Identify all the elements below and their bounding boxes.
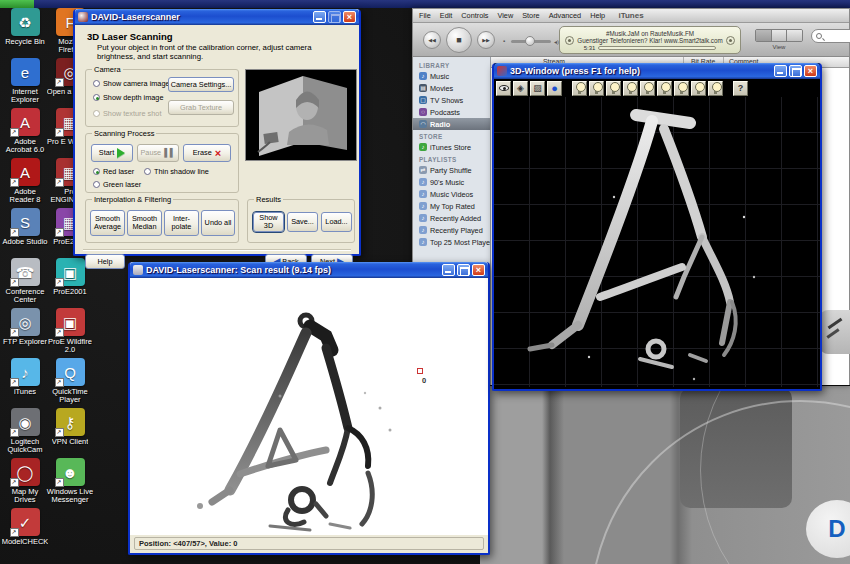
- sidebar-item[interactable]: ♪ Music Videos: [413, 188, 490, 200]
- menu-item[interactable]: Store: [522, 11, 539, 20]
- itunes-titlebar[interactable]: iTunes FileEditControlsViewStoreAdvanced…: [413, 9, 849, 23]
- pen-tool-button[interactable]: ◈: [513, 81, 528, 96]
- view-coverflow-button[interactable]: [787, 30, 802, 41]
- sidebar-item[interactable]: ◠ Radio: [413, 118, 490, 130]
- paint-tool-button[interactable]: ▨: [530, 81, 545, 96]
- menu-item[interactable]: File: [419, 11, 431, 20]
- view-list-button[interactable]: [756, 30, 772, 41]
- load-button[interactable]: Load...: [321, 212, 352, 232]
- desktop-icon[interactable]: ◉ ↗ Logitech QuickCam: [1, 408, 49, 458]
- menu-item[interactable]: View: [498, 11, 514, 20]
- light-toggle-button[interactable]: [691, 81, 706, 96]
- radio-show-camera-image[interactable]: Show camera image: [93, 79, 170, 88]
- 3d-window-titlebar[interactable]: 3D-Window (press F1 for help) ×: [494, 63, 820, 79]
- dialog-body: 3D Laser Scanning Put your object in fro…: [75, 25, 359, 256]
- sidebar-item[interactable]: ♪ Recently Added: [413, 212, 490, 224]
- sidebar-item[interactable]: ♪ Music: [413, 70, 490, 82]
- smooth-average-button[interactable]: Smooth Average: [90, 210, 125, 236]
- desktop-icon[interactable]: ♻ ↗ Recycle Bin: [1, 8, 49, 58]
- search-box[interactable]: [811, 29, 850, 43]
- sidebar-item[interactable]: ♪ Recently Played: [413, 224, 490, 236]
- dialog-titlebar[interactable]: DAVID-Laserscanner ×: [75, 9, 359, 25]
- menu-item[interactable]: Help: [590, 11, 605, 20]
- desktop-icon[interactable]: ☎ ↗ Conference Center: [1, 258, 49, 308]
- interpolate-button[interactable]: Inter- polate: [164, 210, 199, 236]
- desktop-icon[interactable]: ◎ ↗ FTP Explorer: [1, 308, 49, 358]
- undo-all-button[interactable]: Undo all: [201, 210, 235, 236]
- pause-button[interactable]: Pause▌▌: [137, 144, 179, 162]
- sidebar-item[interactable]: ♪ iTunes Store: [413, 141, 490, 153]
- minimize-button[interactable]: [774, 65, 787, 77]
- radio-thin-shadow-line[interactable]: Thin shadow line: [144, 167, 209, 176]
- camera-settings-button[interactable]: Camera Settings...: [168, 77, 234, 92]
- desktop-icon[interactable]: S ↗ Adobe Studio: [1, 208, 49, 258]
- forward-button[interactable]: ▶▶: [477, 31, 495, 49]
- desktop-icon[interactable]: ♪ ↗ iTunes: [1, 358, 49, 408]
- close-button[interactable]: ×: [343, 11, 356, 23]
- close-button[interactable]: ×: [804, 65, 817, 77]
- desktop-icon[interactable]: ◯ ↗ Map My Drives: [1, 458, 49, 508]
- lcd-progress-bar[interactable]: [598, 46, 716, 50]
- light-toggle-button[interactable]: [572, 81, 587, 96]
- maximize-button[interactable]: [457, 264, 470, 276]
- desktop-icon[interactable]: e ↗ Internet Explorer: [1, 58, 49, 108]
- lcd-left-button[interactable]: [565, 36, 574, 45]
- sidebar-header-store: STORE: [413, 130, 490, 141]
- itunes-controls-bar: ◀◀ ■ ▶▶ ▪ ◂) #Musik.JaM on RauteMusik.FM…: [413, 23, 849, 57]
- light-toggle-button[interactable]: [640, 81, 655, 96]
- save-button[interactable]: Save...: [287, 212, 318, 232]
- start-button[interactable]: Start: [91, 144, 133, 162]
- app-icon: [497, 66, 507, 76]
- desktop-icon[interactable]: ▣ ↗ ProE Wildfire 2.0: [46, 308, 94, 358]
- erase-button[interactable]: Erase×: [183, 144, 231, 162]
- eye-view-tool-button[interactable]: [496, 81, 511, 96]
- scan-window-titlebar[interactable]: DAVID-Laserscanner: Scan result (9.14 fp…: [130, 262, 488, 278]
- desktop-icon[interactable]: A ↗ Adobe Reader 8: [1, 158, 49, 208]
- sidebar-item[interactable]: ◌ Podcasts: [413, 106, 490, 118]
- grab-texture-button[interactable]: Grab Texture: [168, 100, 234, 115]
- minimize-button[interactable]: [313, 11, 326, 23]
- sidebar-item[interactable]: ♪ Top 25 Most Played: [413, 236, 490, 248]
- help-tool-button[interactable]: ?: [733, 81, 748, 96]
- radio-show-depth-image[interactable]: Show depth image: [93, 93, 163, 102]
- show-3d-button[interactable]: Show 3D: [253, 212, 284, 232]
- sidebar-item[interactable]: ▢ TV Shows: [413, 94, 490, 106]
- light-toggle-button[interactable]: [589, 81, 604, 96]
- maximize-button[interactable]: [789, 65, 802, 77]
- menu-item[interactable]: Edit: [440, 11, 453, 20]
- minimize-button[interactable]: [442, 264, 455, 276]
- radio-red-laser[interactable]: Red laser: [93, 167, 134, 176]
- light-toggle-button[interactable]: [623, 81, 638, 96]
- desktop-icon[interactable]: A ↗ Adobe Acrobat 6.0 Standard: [1, 108, 49, 158]
- light-toggle-button[interactable]: [606, 81, 621, 96]
- radio-green-laser[interactable]: Green laser: [93, 180, 141, 189]
- sidebar-item[interactable]: ⇄ Party Shuffle: [413, 164, 490, 176]
- sidebar-item[interactable]: ▤ Movies: [413, 82, 490, 94]
- light-toggle-button[interactable]: [708, 81, 723, 96]
- view-grouped-button[interactable]: [772, 30, 788, 41]
- menu-item[interactable]: Controls: [461, 11, 488, 20]
- scan-result-canvas[interactable]: 0: [130, 278, 488, 535]
- help-button[interactable]: Help: [85, 254, 125, 269]
- menu-item[interactable]: Advanced: [549, 11, 581, 20]
- desktop-icon[interactable]: Q ↗ QuickTime Player: [46, 358, 94, 408]
- maximize-button[interactable]: [328, 11, 341, 23]
- desktop-icon[interactable]: ✓ ↗ ModelCHECK: [1, 508, 49, 558]
- desktop-icon[interactable]: ☻ ↗ Windows Live Messenger: [46, 458, 94, 508]
- desktop-icon[interactable]: ⚷ ↗ VPN Client: [46, 408, 94, 458]
- sidebar-item[interactable]: ♪ My Top Rated: [413, 200, 490, 212]
- sidebar-item-icon: ♪: [419, 143, 427, 151]
- light-toggle-button[interactable]: [657, 81, 672, 96]
- rewind-button[interactable]: ◀◀: [423, 31, 441, 49]
- radio-show-texture-shot[interactable]: Show texture shot: [93, 109, 161, 118]
- close-button[interactable]: ×: [472, 264, 485, 276]
- stop-button[interactable]: ■: [446, 27, 472, 53]
- 3d-viewport[interactable]: [494, 97, 820, 387]
- smooth-median-button[interactable]: Smooth Median: [127, 210, 162, 236]
- lcd-right-button[interactable]: [726, 36, 735, 45]
- light-toggle-button[interactable]: [674, 81, 689, 96]
- sidebar-item[interactable]: ♪ 90's Music: [413, 176, 490, 188]
- volume-slider-knob[interactable]: [525, 36, 535, 46]
- globe-tool-button[interactable]: ●: [547, 81, 562, 96]
- camera-group-label: Camera: [92, 65, 123, 74]
